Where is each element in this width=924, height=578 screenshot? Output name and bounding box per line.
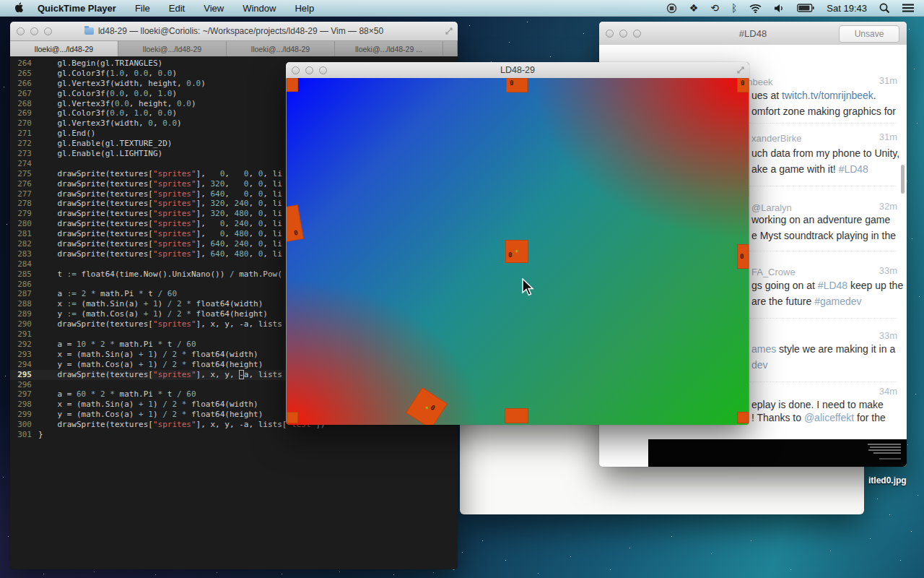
game-sprite (287, 78, 298, 92)
game-sprite (505, 408, 528, 423)
tweet-link[interactable]: ames (751, 343, 776, 355)
menu-window[interactable]: Window (243, 3, 276, 14)
close-button[interactable] (292, 66, 300, 74)
tweet-link[interactable]: dev (751, 359, 768, 371)
resize-icon[interactable] (445, 27, 453, 35)
tweet-author-handle[interactable]: xanderBirke (751, 133, 801, 144)
terminal-window-title: ld48-29 — lloeki@Coriolis: ~/Workspace/p… (98, 26, 383, 36)
traffic-lights[interactable] (606, 30, 641, 38)
game-sprite: 0 (737, 244, 749, 269)
tweet-timestamp: 32m (879, 201, 897, 212)
zoom-button[interactable] (319, 66, 327, 74)
tweet-timestamp: 34m (879, 386, 897, 397)
tweet-timestamp: 33m (879, 265, 897, 276)
minimize-button[interactable] (305, 66, 313, 74)
volume-icon[interactable] (774, 2, 785, 14)
record-stop-icon[interactable] (666, 2, 677, 14)
sprite-label: 0 (294, 230, 299, 237)
terminal-titlebar[interactable]: ld48-29 — lloeki@Coriolis: ~/Workspace/p… (10, 22, 458, 41)
spotlight-icon[interactable] (879, 2, 890, 14)
game-sprite (737, 412, 749, 423)
game-window-title: LD48-29 (500, 65, 535, 75)
sprite-label: 0 (508, 252, 512, 259)
image-text-line (868, 444, 901, 445)
bluetooth-icon[interactable]: ᛒ (731, 2, 737, 14)
time-machine-icon[interactable]: ⟲ (710, 2, 719, 14)
terminal-tab-1[interactable]: lloeki@.../ld48-29 (10, 41, 118, 56)
tweet-link[interactable]: @aliceffekt (804, 412, 854, 423)
menu-edit[interactable]: Edit (169, 3, 185, 14)
game-viewport: 000+00+0 (287, 78, 749, 425)
resize-icon[interactable] (737, 66, 744, 74)
tweet-header: @Laralyn (751, 201, 792, 214)
traffic-lights[interactable] (17, 27, 52, 35)
tweet-text-line: uch data from my phone to Unity, (751, 147, 899, 159)
tweet-embedded-image[interactable] (648, 439, 907, 467)
game-sprite: 0 (737, 78, 749, 92)
zoom-button[interactable] (633, 30, 641, 38)
desktop-icon-untitled0[interactable]: itled0.jpg (868, 475, 907, 486)
close-button[interactable] (606, 30, 614, 38)
image-text-line (868, 449, 901, 451)
tweet-author-handle[interactable]: @Laralyn (751, 202, 792, 213)
tweet-text-line: are the future #gamedev (751, 296, 862, 307)
tweet-link[interactable]: #LD48 (818, 280, 847, 291)
image-text-line (879, 458, 901, 460)
game-sprite: +0 (505, 240, 528, 263)
menu-file[interactable]: File (135, 3, 150, 14)
desktop: itled0.jpg #LD48 Unsave Tom Rijnbeek @to… (0, 0, 924, 578)
tweet-timestamp: 33m (879, 330, 897, 341)
game-titlebar[interactable]: LD48-29 (286, 62, 749, 79)
terminal-tab-2[interactable]: lloeki@.../ld48-29 (118, 41, 227, 56)
game-window[interactable]: LD48-29 000+00+0 (286, 62, 749, 425)
active-app-name[interactable]: QuickTime Player (38, 3, 116, 14)
game-sprite: 0 (287, 204, 304, 243)
close-button[interactable] (17, 27, 25, 35)
image-text-line (870, 447, 901, 448)
minimize-button[interactable] (30, 27, 38, 35)
menu-view[interactable]: View (204, 3, 224, 14)
tweet-text-line: ues at twitch.tv/tomrijnbeek. (751, 90, 876, 101)
wifi-icon[interactable] (749, 2, 762, 14)
menu-bar-clock[interactable]: Sat 19:43 (827, 3, 867, 14)
sprite-center-marker: + (424, 405, 430, 411)
folder-icon (84, 27, 94, 35)
sprite-label: 0 (740, 254, 744, 260)
tweet-author-handle[interactable]: FA_Crowe (751, 267, 796, 277)
battery-icon[interactable] (797, 2, 814, 14)
tweet-text-line: eplay is done. I need to make (751, 399, 884, 410)
tweet-text-line: omfort zone making graphics for (751, 105, 896, 117)
tweet-text-line: gs going on at #LD48 keep up the (751, 280, 903, 291)
game-sprite: +0 (406, 387, 448, 425)
image-text-line (873, 452, 901, 454)
menu-bar: QuickTime Player File Edit View Window H… (0, 0, 924, 17)
zoom-button[interactable] (44, 27, 52, 35)
sprite-label: 0 (510, 80, 513, 87)
tweet-text-line: dev (751, 359, 768, 371)
tweet-text-line: ! Thanks to @aliceffekt for the (751, 412, 886, 423)
terminal-tab-overflow[interactable] (443, 41, 458, 56)
terminal-tab-4[interactable]: lloeki@.../ld48-29 ... (335, 41, 443, 56)
terminal-tab-3[interactable]: lloeki@.../ld48-29 (227, 41, 335, 56)
dropbox-icon[interactable]: ❖ (689, 2, 699, 14)
tweet-header: FA_Crowe (751, 265, 796, 278)
scrollbar-thumb[interactable] (901, 165, 905, 194)
tweet-link[interactable]: twitch.tv/tomrijnbeek (782, 90, 873, 101)
notification-center-icon[interactable] (902, 2, 914, 14)
tweet-text-line: ames style we are making it in a (751, 343, 895, 355)
tweet-text-line: e Myst soundtrack playing in the (751, 230, 896, 241)
minimize-button[interactable] (619, 30, 627, 38)
terminal-tabbar[interactable]: lloeki@.../ld48-29 lloeki@.../ld48-29 ll… (10, 41, 458, 57)
twitter-titlebar[interactable]: #LD48 Unsave (599, 22, 907, 46)
apple-menu[interactable] (14, 2, 25, 14)
tweet-link[interactable]: #gamedev (814, 296, 861, 307)
tweet-timestamp: 31m (879, 131, 897, 142)
traffic-lights[interactable] (292, 66, 327, 74)
menu-help[interactable]: Help (295, 3, 314, 14)
tweet-link[interactable]: #LD48 (839, 163, 868, 175)
unsave-button[interactable]: Unsave (839, 25, 899, 43)
twitter-window-title: #LD48 (739, 28, 767, 39)
apple-icon (14, 2, 25, 14)
game-sprite (287, 412, 298, 423)
tweet-timestamp: 31m (879, 75, 897, 86)
